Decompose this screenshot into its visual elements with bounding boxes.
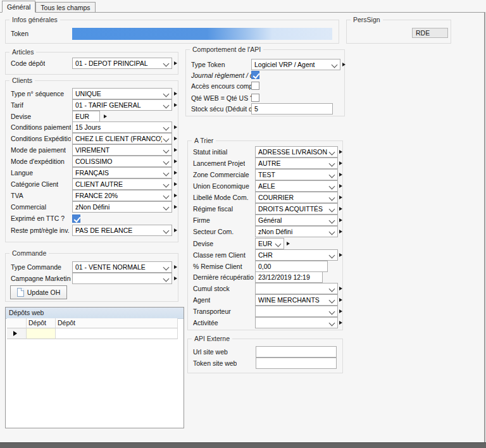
grid-cell-depot2[interactable] [56,328,178,339]
grid-cell-depot1[interactable] [27,328,56,339]
token-site-web-input[interactable] [256,358,337,369]
conditions-paiement-select[interactable]: 15 Jours [72,121,172,133]
url-site-web-input[interactable] [256,346,337,358]
classe-rem-client-select[interactable]: CHR [255,249,338,261]
firme-select[interactable]: Général [255,215,338,226]
field-label: Type Commande [11,261,61,273]
statut-initial-select[interactable]: ADRESSE LIVRAISON [255,146,338,158]
lancement-projet-select[interactable]: AUTRE [255,158,338,169]
field-label: Activitée [193,317,218,328]
campagne-marketing-select[interactable] [72,273,172,284]
derniere-recuperation-input[interactable]: 23/12/2019 12:19 [255,271,323,283]
detail-arrow-icon[interactable] [174,61,177,65]
remise-client-input[interactable]: 0,00 [255,261,328,272]
detail-arrow-icon[interactable] [174,205,177,209]
journal-reglement-checkbox[interactable] [251,71,259,79]
detail-arrow-icon[interactable] [174,194,177,197]
detail-arrow-icon[interactable] [174,228,177,232]
devise-select[interactable]: EUR [255,238,284,249]
rde-button[interactable]: RDE [412,28,448,38]
secteur-com-select[interactable]: zNon Défini [255,226,338,237]
detail-arrow-icon[interactable] [339,321,342,325]
detail-arrow-icon[interactable] [339,161,342,165]
detail-arrow-icon[interactable] [339,230,342,233]
exprime-ttc-checkbox[interactable] [72,215,80,223]
detail-arrow-icon[interactable] [339,150,342,154]
detail-arrow-icon[interactable] [339,218,342,222]
grid-row-selector[interactable] [7,328,27,339]
detail-arrow-icon[interactable] [174,265,177,269]
detail-arrow-icon[interactable] [174,137,177,140]
chevron-down-icon [163,182,170,188]
type-token-select[interactable]: Logiciel VRP / Agent [251,59,340,70]
detail-arrow-icon[interactable] [339,309,342,313]
cumul-stock-select[interactable] [255,283,338,294]
acces-encours-checkbox[interactable] [251,82,259,90]
detail-arrow-icon[interactable] [174,277,177,280]
chevron-down-icon [163,136,170,142]
detail-arrow-icon[interactable] [339,298,342,302]
commercial-select[interactable]: zNon Défini [72,201,172,213]
window-bottom-edge[interactable] [0,442,486,448]
group-perssign: PersSign RDE [346,20,451,44]
field-label: Token site web [193,358,237,369]
qte-web-checkbox[interactable] [251,94,259,102]
field-label: Union Economique [193,180,249,192]
update-oh-button[interactable]: Update OH [10,285,67,299]
mode-paiement-select[interactable]: VIREMENT [72,144,172,156]
categorie-client-select[interactable]: CLIENT AUTRE [72,178,172,190]
regime-fiscal-select[interactable]: DROITS ACQUITTÉS [255,203,338,215]
grid-column-header[interactable]: Dépôt [27,318,56,328]
field-label: Url site web [193,346,228,358]
agent-select[interactable]: WINE MERCHANTS [255,294,338,306]
detail-arrow-icon[interactable] [342,63,346,66]
tarif-select[interactable]: 01 - TARIF GENERAL [72,99,172,111]
detail-arrow-icon[interactable] [174,125,177,129]
detail-arrow-icon[interactable] [339,287,342,290]
detail-arrow-icon[interactable] [174,148,177,152]
zone-commerciale-select[interactable]: TEST [255,169,338,180]
tab-tous-les-champs[interactable]: Tous les champs [35,2,95,12]
detail-arrow-icon[interactable] [339,184,342,188]
field-label: Journal règlement / cde? [191,70,252,81]
grid-column-header[interactable]: Dépôt [56,318,178,328]
type-sequence-select[interactable]: UNIQUE [72,88,172,99]
detail-arrow-icon[interactable] [174,159,177,163]
detail-arrow-icon[interactable] [174,182,177,186]
activitee-select[interactable] [255,317,338,328]
detail-arrow-icon[interactable] [339,173,342,177]
reste-pmt-select[interactable]: PAS DE RELANCE [72,225,172,236]
langue-select[interactable]: FRANÇAIS [72,167,172,178]
detail-arrow-icon[interactable] [287,242,290,246]
transporteur-select[interactable] [255,306,338,317]
devise-input[interactable]: EUR [72,111,100,122]
grid-corner-cell [7,318,27,328]
window-right-border [484,12,485,443]
libelle-mode-com-select[interactable]: COURRIER [255,192,338,203]
mode-expedition-select[interactable]: COLISSIMO [72,156,172,167]
chevron-down-icon [163,204,170,211]
union-economique-select[interactable]: AELE [255,180,338,192]
detail-arrow-icon[interactable] [339,207,342,211]
detail-arrow-icon[interactable] [339,196,342,199]
chevron-down-icon [329,184,335,190]
type-commande-select[interactable]: 01 - VENTE NORMALE [72,261,172,273]
stock-secu-input[interactable]: 5 [251,103,333,115]
detail-arrow-icon[interactable] [174,171,177,175]
detail-arrow-icon[interactable] [174,103,177,107]
detail-arrow-icon[interactable] [174,92,177,96]
field-label: Mode de paiement [11,144,66,156]
field-label: Devise [193,238,213,249]
detail-arrow-icon[interactable] [339,253,342,257]
tva-select[interactable]: FRANCE 20% [72,190,172,201]
field-label: Commercial [11,201,46,213]
detail-arrow-icon[interactable] [104,115,107,118]
chevron-down-icon [163,228,170,234]
code-depot-select[interactable]: 01 - DEPOT PRINCIPAL [72,58,172,69]
conditions-expedition-select[interactable]: CHEZ LE CLIENT (FRANCO) TEST [72,133,172,144]
token-value-bar[interactable] [72,28,332,40]
tab-general[interactable]: Général [2,1,35,13]
field-label: Campagne Marketing [11,273,71,284]
field-label: Catégorie Client [11,178,58,190]
group-title: A Trier [192,136,216,145]
